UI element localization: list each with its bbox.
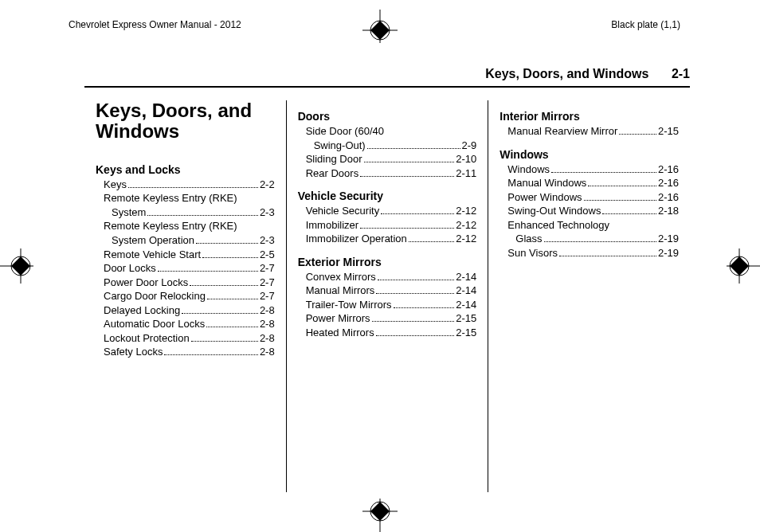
- plate-label: Black plate (1,1): [611, 19, 680, 30]
- toc-entry: Windows2-16: [507, 162, 679, 177]
- toc-page: 2-19: [658, 246, 679, 260]
- toc-page: 2-15: [456, 311, 476, 326]
- leader-dots: [372, 321, 455, 322]
- reg-mark-right: [725, 242, 760, 290]
- toc-page: 2-2: [260, 178, 275, 192]
- leader-dots: [202, 257, 258, 258]
- toc-label: Manual Rearview Mirror: [507, 124, 617, 139]
- chapter-title: Keys, Doors, and Windows: [96, 100, 275, 143]
- toc-entry: Immobilizer Operation2-12: [306, 232, 477, 246]
- toc-entry-cont: System2-3: [112, 205, 275, 220]
- toc-page: 2-7: [260, 276, 275, 290]
- section-heading: Windows: [499, 148, 679, 161]
- leader-dots: [378, 280, 455, 280]
- section-heading: Doors: [298, 110, 477, 123]
- toc-label: Sliding Door: [306, 152, 362, 166]
- toc-entry: Manual Mirrors2-14: [306, 284, 477, 298]
- toc-label: Vehicle Security: [306, 204, 380, 218]
- toc-entry: Lockout Protection2-8: [104, 331, 275, 346]
- toc-label: Swing-Out Windows: [507, 204, 601, 218]
- toc-label: Windows: [507, 162, 550, 177]
- leader-dots: [619, 134, 656, 135]
- toc-label: Power Door Locks: [104, 276, 188, 290]
- toc-entry: Enhanced Technology: [507, 218, 679, 233]
- leader-dots: [376, 335, 455, 336]
- leader-dots: [158, 271, 258, 272]
- toc-page: 2-8: [260, 331, 275, 346]
- toc-entry: Remote Vehicle Start2-5: [104, 248, 275, 262]
- toc-entry-cont: Glass2-19: [515, 232, 679, 246]
- toc-page: 2-18: [658, 204, 679, 218]
- toc-page: 2-12: [456, 218, 476, 233]
- leader-dots: [551, 172, 656, 173]
- content-columns: Keys, Doors, and Windows Keys and LocksK…: [84, 100, 690, 492]
- toc-label: Trailer-Tow Mirrors: [306, 298, 392, 312]
- leader-dots: [196, 243, 258, 244]
- toc-label: System Operation: [112, 233, 194, 248]
- toc-label: Immobilizer Operation: [306, 232, 407, 246]
- toc-label: Power Windows: [507, 190, 582, 205]
- toc-page: 2-15: [658, 124, 679, 139]
- leader-dots: [182, 313, 258, 314]
- toc-entry: Vehicle Security2-12: [306, 204, 477, 218]
- leader-dots: [147, 215, 258, 216]
- leader-dots: [559, 256, 656, 256]
- leader-dots: [207, 299, 258, 299]
- manual-title: Chevrolet Express Owner Manual - 2012: [69, 19, 241, 30]
- leader-dots: [128, 187, 258, 188]
- toc-entry: Convex Mirrors2-14: [306, 270, 477, 284]
- leader-dots: [409, 241, 454, 242]
- toc-label: Delayed Locking: [104, 303, 180, 318]
- section-heading: Exterior Mirrors: [298, 256, 477, 268]
- column-1: Keys, Doors, and Windows Keys and LocksK…: [84, 100, 286, 492]
- toc-page: 2-5: [260, 248, 275, 262]
- toc-label: Swing-Out): [314, 139, 366, 153]
- running-head: Keys, Doors, and Windows 2-1: [84, 67, 690, 88]
- toc-entry: Rear Doors2-11: [306, 166, 477, 181]
- toc-entry: Remote Keyless Entry (RKE): [104, 191, 275, 205]
- toc-label: Side Door (60/40: [306, 124, 384, 139]
- toc-entry: Manual Windows2-16: [507, 176, 679, 190]
- leader-dots: [588, 186, 656, 186]
- toc-page: 2-10: [456, 152, 476, 166]
- reg-mark-left: [0, 242, 35, 290]
- column-2: DoorsSide Door (60/40Swing-Out)2-9Slidin…: [286, 100, 488, 492]
- toc-label: Remote Vehicle Start: [104, 248, 201, 262]
- leader-dots: [367, 148, 460, 149]
- section-heading: Vehicle Security: [298, 190, 477, 202]
- leader-dots: [584, 200, 656, 201]
- leader-dots: [360, 176, 454, 177]
- toc-page: 2-15: [456, 326, 476, 340]
- toc-label: Sun Visors: [507, 246, 558, 260]
- toc-label: Safety Locks: [104, 345, 163, 359]
- toc-page: 2-8: [260, 317, 275, 331]
- section-title: Keys, Doors, and Windows: [485, 67, 648, 80]
- toc-page: 2-8: [260, 303, 275, 318]
- leader-dots: [191, 341, 258, 342]
- leader-dots: [206, 327, 258, 327]
- toc-entry: Automatic Door Locks2-8: [104, 317, 275, 331]
- toc-label: Door Locks: [104, 261, 156, 276]
- leader-dots: [381, 213, 454, 214]
- toc-entry: Sliding Door2-10: [306, 152, 477, 166]
- toc-label: Keys: [104, 178, 127, 192]
- print-header: Chevrolet Express Owner Manual - 2012 Bl…: [0, 19, 760, 30]
- reg-mark-bottom: [356, 497, 404, 532]
- toc-page: 2-16: [658, 190, 679, 205]
- leader-dots: [364, 162, 455, 162]
- column-3: Interior MirrorsManual Rearview Mirror2-…: [488, 100, 690, 492]
- toc-label: Cargo Door Relocking: [104, 289, 206, 303]
- leader-dots: [360, 228, 454, 229]
- toc-entry: Side Door (60/40: [306, 124, 477, 139]
- toc-label: Rear Doors: [306, 166, 358, 181]
- toc-entry: Manual Rearview Mirror2-15: [507, 124, 679, 139]
- toc-page: 2-16: [658, 176, 679, 190]
- section-heading: Keys and Locks: [96, 163, 275, 176]
- toc-entry: Cargo Door Relocking2-7: [104, 289, 275, 303]
- toc-entry: Power Mirrors2-15: [306, 311, 477, 326]
- toc-page: 2-3: [260, 205, 275, 220]
- toc-entry: Swing-Out Windows2-18: [507, 204, 679, 218]
- leader-dots: [394, 307, 455, 308]
- toc-entry-cont: System Operation2-3: [112, 233, 275, 248]
- toc-label: Manual Mirrors: [306, 284, 375, 298]
